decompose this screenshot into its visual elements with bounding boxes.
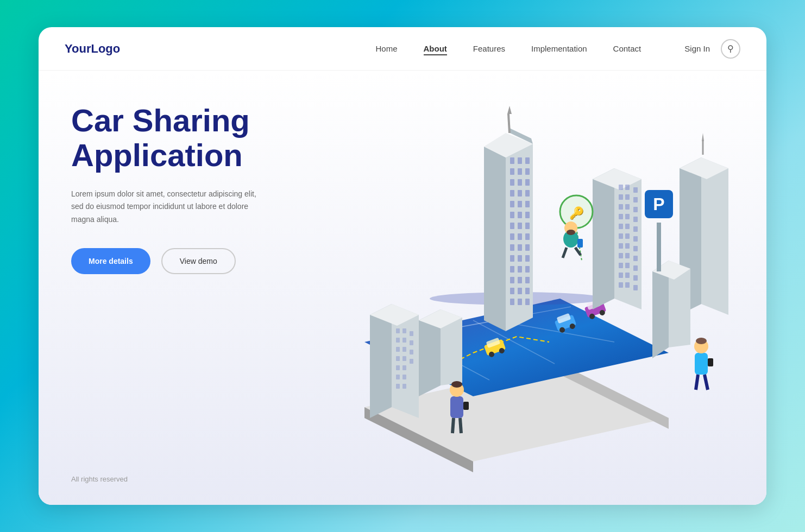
svg-rect-93 (619, 263, 623, 268)
svg-rect-25 (518, 168, 522, 175)
svg-rect-77 (633, 207, 638, 212)
nav-item-about[interactable]: About (424, 44, 447, 54)
svg-rect-61 (518, 299, 522, 305)
svg-rect-99 (619, 282, 623, 288)
svg-rect-78 (619, 214, 623, 219)
svg-point-154 (696, 338, 707, 344)
svg-rect-56 (525, 277, 530, 283)
svg-point-142 (567, 230, 575, 235)
svg-rect-92 (633, 256, 638, 261)
svg-rect-122 (396, 365, 400, 370)
svg-rect-24 (510, 168, 514, 175)
svg-line-155 (696, 375, 698, 390)
navbar: YourLogo Home About Features Implementat… (39, 27, 766, 71)
svg-rect-35 (525, 201, 530, 207)
nav-link-about[interactable]: About (424, 44, 447, 55)
svg-rect-38 (525, 212, 530, 218)
svg-rect-75 (619, 204, 623, 210)
svg-rect-110 (396, 328, 400, 333)
svg-rect-41 (525, 223, 530, 229)
iso-scene: P 🔑 (299, 71, 766, 505)
nav-item-contact[interactable]: Contact (613, 44, 642, 54)
svg-line-143 (563, 248, 567, 258)
svg-rect-116 (396, 347, 400, 352)
nav-link-implementation[interactable]: Implementation (531, 44, 587, 53)
svg-rect-89 (633, 246, 638, 251)
svg-rect-59 (525, 288, 530, 294)
svg-rect-42 (510, 233, 514, 240)
svg-rect-49 (518, 255, 522, 262)
nav-right: Sign In ⚲ (684, 39, 740, 59)
svg-rect-21 (510, 157, 514, 164)
svg-rect-124 (396, 375, 400, 379)
more-details-button[interactable]: More details (71, 248, 150, 274)
svg-rect-111 (402, 328, 406, 333)
svg-rect-29 (525, 179, 530, 186)
svg-text:P: P (653, 194, 664, 214)
sign-in-link[interactable]: Sign In (684, 44, 710, 53)
svg-rect-113 (396, 338, 400, 343)
nav-item-implementation[interactable]: Implementation (531, 44, 587, 54)
footer-copyright: All rights reserved (71, 453, 273, 483)
svg-rect-50 (525, 255, 530, 262)
svg-rect-43 (518, 233, 522, 240)
svg-rect-32 (525, 190, 530, 197)
nav-item-features[interactable]: Features (473, 44, 505, 54)
svg-rect-36 (510, 212, 514, 218)
svg-rect-101 (633, 285, 638, 290)
svg-marker-18 (484, 147, 506, 331)
logo: YourLogo (65, 42, 120, 56)
svg-rect-73 (625, 194, 630, 200)
svg-rect-52 (518, 266, 522, 273)
svg-rect-48 (510, 255, 514, 262)
svg-rect-71 (633, 187, 638, 193)
nav-link-contact[interactable]: Contact (613, 44, 642, 53)
nav-link-features[interactable]: Features (473, 44, 505, 53)
svg-rect-62 (525, 299, 530, 305)
svg-rect-119 (396, 356, 400, 361)
svg-rect-39 (510, 223, 514, 229)
svg-rect-157 (708, 358, 713, 366)
svg-rect-70 (625, 185, 630, 190)
svg-rect-81 (619, 224, 623, 229)
svg-rect-40 (518, 223, 522, 229)
svg-rect-115 (410, 340, 413, 345)
view-demo-button[interactable]: View demo (161, 248, 236, 274)
svg-rect-31 (518, 190, 522, 197)
svg-rect-28 (518, 179, 522, 186)
nav-links: Home About Features Implementation Conta… (375, 44, 641, 54)
svg-line-149 (452, 418, 454, 433)
right-panel: P 🔑 (299, 71, 766, 505)
svg-rect-94 (625, 263, 630, 268)
svg-rect-26 (525, 168, 530, 175)
svg-rect-51 (510, 266, 514, 273)
svg-rect-84 (619, 233, 623, 239)
svg-rect-27 (510, 179, 514, 186)
svg-rect-125 (402, 375, 406, 379)
svg-rect-87 (619, 243, 623, 249)
svg-rect-82 (625, 224, 630, 229)
svg-rect-90 (619, 253, 623, 258)
svg-rect-95 (633, 265, 638, 271)
search-icon: ⚲ (727, 43, 734, 54)
svg-rect-34 (518, 201, 522, 207)
hero-description: Lorem ipsum dolor sit amet, consectetur … (71, 188, 267, 226)
nav-link-home[interactable]: Home (375, 44, 397, 53)
svg-rect-72 (619, 194, 623, 200)
svg-rect-145 (577, 239, 583, 248)
main-content: Car Sharing Application Lorem ipsum dolo… (39, 71, 766, 505)
svg-line-156 (705, 375, 708, 390)
nav-item-home[interactable]: Home (375, 44, 397, 54)
svg-rect-121 (410, 359, 413, 364)
svg-rect-37 (518, 212, 522, 218)
svg-rect-146 (450, 396, 463, 418)
illustration-svg: P 🔑 (299, 71, 766, 505)
button-row: More details View demo (71, 248, 273, 274)
svg-marker-65 (507, 106, 512, 114)
svg-rect-46 (518, 244, 522, 251)
svg-line-150 (460, 418, 461, 433)
svg-rect-100 (625, 282, 630, 288)
svg-rect-151 (463, 402, 469, 410)
svg-rect-114 (402, 338, 406, 343)
search-button[interactable]: ⚲ (721, 39, 740, 59)
